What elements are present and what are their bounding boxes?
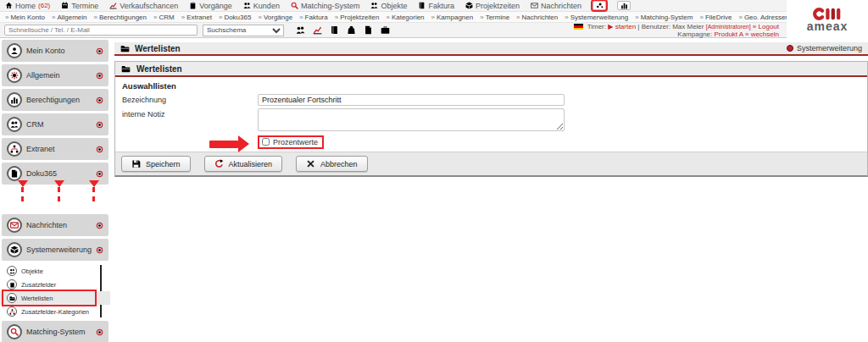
sidebar-item-matching-system[interactable]: Matching-System	[2, 321, 108, 342]
breadcrumb-doku365[interactable]: »Doku365	[219, 14, 251, 21]
logout-link[interactable]: » Logout	[753, 23, 779, 30]
sidebar: Mein Konto Allgemein Berechtigungen CRM …	[0, 40, 110, 342]
breadcrumb-extranet[interactable]: »Extranet	[181, 14, 212, 21]
breadcrumb-crm[interactable]: »CRM	[153, 14, 175, 21]
bezeichnung-input[interactable]	[258, 94, 565, 106]
save-disk-icon	[131, 159, 141, 168]
nav-kunden[interactable]: Kunden	[243, 2, 280, 10]
nav-vorgaenge[interactable]: Vorgänge	[189, 2, 232, 10]
folder-icon	[7, 293, 17, 303]
breadcrumb-allgemein[interactable]: »Allgemein	[52, 14, 87, 21]
module-badge-label: Systemerweiterung	[797, 44, 862, 52]
folder-icon	[120, 44, 130, 53]
breadcrumb-kampagnen[interactable]: »Kampagnen	[431, 14, 474, 21]
expand-target-icon[interactable]	[96, 121, 103, 129]
statistics-button[interactable]	[617, 1, 631, 10]
breadcrumb-vorgaenge[interactable]: »Vorgänge	[258, 14, 292, 21]
search-schema-select[interactable]: Suchschema	[203, 25, 284, 36]
nav-nachrichten[interactable]: Nachrichten	[531, 2, 581, 10]
users-icon	[7, 266, 17, 276]
systemerweiterung-submenu: Objekte Zusatzfelder Wertelisten Zusatzf…	[0, 263, 110, 321]
submenu-item-objekte[interactable]: Objekte	[0, 264, 110, 278]
user-bar: Timer: ▶ starten | Benutzer: Max Meier […	[574, 23, 779, 38]
prozentwerte-checkbox[interactable]	[262, 138, 270, 146]
section-title: Auswahllisten	[122, 81, 860, 91]
shopping-bag-shortcut-button[interactable]	[345, 25, 358, 36]
timer-start-link[interactable]: ▶ starten	[608, 23, 636, 30]
nav-label: Home	[15, 2, 36, 10]
search-icon	[291, 2, 298, 9]
save-button[interactable]: Speichern	[121, 156, 191, 172]
module-dot-icon	[787, 45, 793, 52]
sidebar-item-nachrichten[interactable]: Nachrichten	[2, 214, 108, 236]
nav-label: Matching-System	[301, 2, 360, 10]
sidebar-item-mein-konto[interactable]: Mein Konto	[2, 40, 108, 62]
submenu-item-zusatzfelder[interactable]: Zusatzfelder	[0, 278, 110, 291]
cancel-button[interactable]: Abbrechen	[296, 156, 368, 172]
sidebar-item-extranet[interactable]: Extranet	[2, 138, 108, 160]
briefcase-shortcut-button[interactable]	[379, 25, 392, 36]
nav-objekte[interactable]: Objekte	[370, 2, 407, 10]
annotation-box-prozentwerte: Prozentwerte	[258, 135, 324, 149]
breadcrumb-faktura[interactable]: »Faktura	[299, 14, 328, 21]
submenu-item-wertelisten[interactable]: Wertelisten	[0, 291, 110, 305]
breadcrumb-matching-system[interactable]: »Matching-System	[635, 14, 693, 21]
expand-target-icon[interactable]	[96, 146, 103, 153]
breadcrumb-termine[interactable]: »Termine	[480, 14, 509, 21]
sidebar-item-crm[interactable]: CRM	[2, 113, 108, 135]
ledger-shortcut-button[interactable]	[328, 25, 341, 36]
breadcrumb-geo-adressen[interactable]: »Geo. Adressen	[738, 14, 788, 21]
sidebar-item-systemerweiterung[interactable]: Systemerweiterung	[2, 239, 108, 261]
matching-dots-button[interactable]	[593, 1, 606, 10]
interne-notiz-textarea[interactable]	[258, 108, 565, 131]
campaign-switch-link[interactable]: » wechseln	[745, 30, 779, 38]
package-icon	[465, 2, 473, 9]
breadcrumb-systemerweiterung[interactable]: »Systemerweiterung	[565, 14, 628, 21]
quick-search-input[interactable]	[4, 25, 198, 36]
breadcrumb-kategorien[interactable]: »Kategorien	[386, 14, 424, 21]
clipboard-icon	[7, 279, 17, 290]
nav-projektzeiten[interactable]: Projektzeiten	[465, 2, 520, 10]
breadcrumb-nachrichten[interactable]: »Nachrichten	[516, 14, 558, 21]
network-icon	[7, 141, 22, 157]
nav-termine[interactable]: Termine	[61, 2, 98, 10]
nav-faktura[interactable]: Faktura	[418, 2, 454, 10]
breadcrumb-projektzeiten[interactable]: »Projektzeiten	[335, 14, 380, 21]
nav-label: Objekte	[381, 2, 407, 10]
book-icon	[330, 25, 339, 35]
expand-target-icon[interactable]	[96, 97, 103, 104]
refresh-button[interactable]: Aktualisieren	[204, 156, 283, 172]
breadcrumb-mein-konto[interactable]: »Mein Konto	[5, 14, 45, 21]
users-icon	[7, 117, 22, 132]
nav-label: Faktura	[428, 2, 454, 10]
expand-target-icon[interactable]	[96, 170, 103, 178]
nav-verkaufschancen[interactable]: Verkaufschancen	[109, 2, 178, 10]
sidebar-item-berechtigungen[interactable]: Berechtigungen	[2, 89, 108, 111]
user-role: [Administratoren]	[706, 24, 751, 30]
sidebar-item-allgemein[interactable]: Allgemein	[2, 64, 108, 86]
expand-target-icon[interactable]	[96, 222, 103, 229]
prozentwerte-label: Prozentwerte	[273, 138, 318, 146]
page-header: Wertelisten Systemerweiterung	[114, 42, 868, 56]
expand-target-icon[interactable]	[96, 72, 103, 80]
line-chart-icon	[109, 2, 117, 9]
nav-home[interactable]: Home (62)	[5, 2, 50, 10]
submenu-item-zusatzfelder-kategorien[interactable]: Zusatzfelder-Kategorien	[0, 305, 110, 318]
sales-chart-shortcut-button[interactable]	[311, 25, 324, 36]
clipboard-icon	[189, 2, 197, 9]
interne-notiz-label: interne Notiz	[122, 108, 258, 131]
breadcrumb-filedrive[interactable]: »FileDrive	[699, 14, 732, 21]
contacts-shortcut-button[interactable]	[294, 25, 307, 36]
document-shortcut-button[interactable]	[362, 25, 375, 36]
mail-icon	[531, 2, 538, 9]
scatter-dots-icon	[596, 2, 604, 9]
breadcrumb-berechtigungen[interactable]: »Berechtigungen	[94, 14, 147, 21]
main-nav: Home (62) Termine Verkaufschancen Vorgän…	[0, 0, 868, 11]
expand-target-icon[interactable]	[96, 47, 103, 55]
app-logo: ameax	[787, 0, 868, 38]
expand-target-icon[interactable]	[96, 246, 103, 254]
package-icon	[7, 242, 22, 257]
nav-matching-system[interactable]: Matching-System	[291, 2, 360, 10]
home-unread-count: (62)	[38, 2, 50, 9]
expand-target-icon[interactable]	[96, 328, 103, 336]
